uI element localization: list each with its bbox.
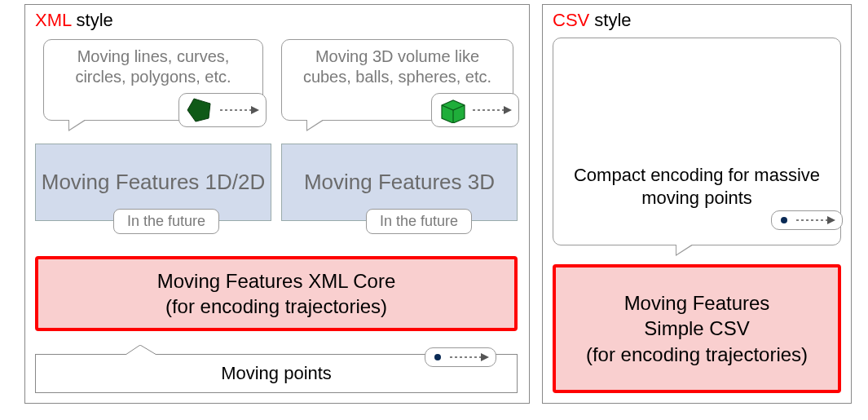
dashed-arrow-icon	[471, 104, 512, 116]
speech-tail-icon	[126, 345, 158, 355]
future-badge-3d: In the future	[366, 209, 472, 234]
speech-tail-icon	[68, 120, 86, 131]
csv-title-rest: style	[589, 10, 631, 30]
svg-point-10	[781, 217, 787, 223]
csv-accent: CSV	[553, 10, 589, 30]
speech-tail-icon	[306, 120, 324, 131]
xml-title-rest: style	[71, 10, 112, 30]
point-icon	[432, 351, 443, 363]
svg-marker-6	[504, 106, 512, 114]
future-label: In the future	[380, 213, 458, 229]
cube-motion-badge	[431, 93, 519, 127]
xml-core-box: Moving Features XML Core (for encoding t…	[35, 256, 518, 331]
xml-accent: XML	[35, 10, 71, 30]
dashed-arrow-icon	[448, 351, 489, 363]
feature-3d-label: Moving Features 3D	[304, 170, 495, 195]
csv-speech-text: Compact encoding for massive moving poin…	[562, 164, 832, 209]
dashed-arrow-icon	[795, 214, 835, 226]
csv-point-motion-badge	[771, 210, 843, 230]
svg-marker-9	[481, 353, 489, 361]
csv-core-label: Moving Features Simple CSV (for encoding…	[586, 290, 808, 367]
feature-2d-label: Moving Features 1D/2D	[42, 170, 266, 195]
dashed-arrow-icon	[218, 104, 259, 116]
xml-style-panel: XML style Moving lines, curves, circles,…	[24, 4, 530, 404]
xml-core-label: Moving Features XML Core (for encoding t…	[157, 268, 396, 319]
svg-marker-2	[251, 106, 259, 114]
future-badge-2d: In the future	[113, 209, 219, 234]
point-icon	[778, 214, 790, 226]
speech-2d-text: Moving lines, curves, circles, polygons,…	[75, 47, 231, 86]
speech-3d-text: Moving 3D volume like cubes, balls, sphe…	[303, 47, 491, 86]
svg-point-7	[434, 354, 441, 360]
svg-marker-12	[827, 216, 835, 224]
csv-panel-title: CSV style	[553, 10, 632, 31]
future-label: In the future	[127, 213, 205, 229]
svg-marker-0	[187, 99, 210, 122]
speech-tail-icon	[676, 245, 694, 256]
csv-style-panel: CSV style Compact encoding for massive m…	[542, 4, 852, 404]
csv-core-box: Moving Features Simple CSV (for encoding…	[553, 264, 841, 393]
point-motion-badge	[425, 347, 496, 367]
moving-points-label: Moving points	[221, 363, 332, 384]
xml-panel-title: XML style	[35, 10, 113, 31]
green-pentagon-icon	[186, 97, 214, 123]
pentagon-motion-badge	[178, 93, 267, 127]
green-cube-icon	[438, 97, 466, 123]
